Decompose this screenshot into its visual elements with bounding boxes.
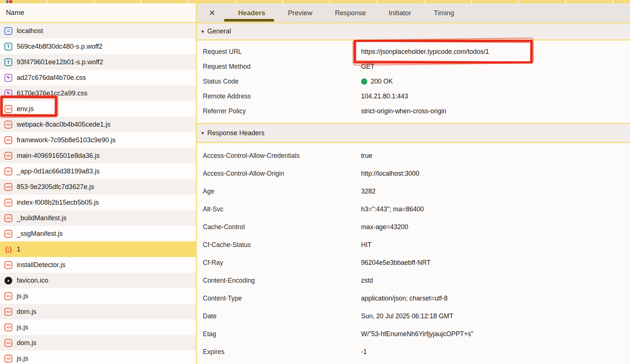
- disclosure-triangle-icon: ▼: [201, 29, 205, 34]
- header-row: Date Sun, 20 Jul 2025 06:12:18 GMT: [197, 307, 630, 325]
- request-row[interactable]: <> 853-9e2305dfc7d3627e.js: [0, 179, 196, 195]
- header-list: Request URL https://jsonplaceholder.typi…: [197, 40, 630, 123]
- request-name: js.js: [17, 292, 28, 300]
- request-row[interactable]: ✎ ad27c676daf4b70e.css: [0, 70, 196, 85]
- header-value: GET: [361, 63, 374, 71]
- document-icon: ≡: [4, 27, 12, 35]
- stylesheet-icon: ✎: [4, 90, 12, 97]
- request-row[interactable]: T 93f479601ee12b01-s.p.woff2: [0, 54, 196, 70]
- header-row: Access-Control-Allow-Origin http://local…: [197, 165, 630, 182]
- request-row[interactable]: ✎ 6170e376e1cc2a99.css: [0, 85, 196, 101]
- script-icon: <>: [4, 152, 12, 160]
- request-name: 853-9e2305dfc7d3627e.js: [17, 183, 94, 191]
- request-row[interactable]: <> js.js: [0, 319, 196, 335]
- tab-timing[interactable]: Timing: [434, 3, 454, 22]
- disclosure-triangle-icon: ▼: [201, 131, 205, 135]
- request-row[interactable]: <> _app-0d1ac66d38199a83.js: [0, 163, 196, 179]
- request-row[interactable]: T 569ce4b8f30dc480-s.p.woff2: [0, 39, 196, 54]
- header-row: Referrer Policy strict-origin-when-cross…: [197, 104, 630, 118]
- network-overview-strip[interactable]: [0, 0, 630, 3]
- section-header-general[interactable]: ▼ General: [197, 23, 630, 40]
- status-ok-dot-icon: [361, 78, 367, 85]
- request-row[interactable]: <> webpack-8cac0b4b405cede1.js: [0, 117, 196, 132]
- header-name: Cache-Control: [197, 223, 361, 231]
- header-row: Alt-Svc h3=":443"; ma=86400: [197, 200, 630, 218]
- header-value: 3282: [361, 188, 376, 195]
- script-icon: <>: [4, 105, 12, 113]
- section-title: General: [207, 27, 231, 35]
- header-value: 96204e5e3bbaebff-NRT: [361, 259, 431, 267]
- requests-list-panel: Name ≡ localhost T 569ce4b8f30dc480-s.p.…: [0, 3, 197, 364]
- request-row[interactable]: <> env.js: [0, 101, 196, 117]
- tab-response[interactable]: Response: [335, 3, 366, 22]
- request-row[interactable]: ≡ localhost: [0, 23, 196, 39]
- script-icon: <>: [4, 136, 12, 144]
- header-row: Content-Encoding zstd: [197, 272, 630, 289]
- header-name: Content-Encoding: [197, 277, 361, 285]
- header-name: Content-Type: [197, 295, 361, 302]
- request-row[interactable]: {;} 1: [0, 241, 196, 257]
- header-row: Status Code 200 OK: [197, 74, 630, 89]
- header-value: 104.21.80.1:443: [361, 92, 408, 100]
- header-name: Access-Control-Allow-Credentials: [197, 152, 361, 160]
- name-column-header[interactable]: Name: [0, 3, 196, 23]
- tab-preview[interactable]: Preview: [288, 3, 312, 22]
- name-column-label: Name: [6, 9, 24, 17]
- request-name: ad27c676daf4b70e.css: [17, 74, 86, 82]
- header-value: W/"53-hfEnumeNh6YirfjyjaujcOPPT+s": [361, 330, 473, 338]
- header-list: Access-Control-Allow-Credentials true Ac…: [197, 143, 630, 361]
- script-icon: <>: [4, 214, 12, 222]
- sections-container: ▼ General Request URL https://jsonplaceh…: [197, 23, 630, 361]
- font-icon: T: [4, 43, 12, 51]
- header-value: http://localhost:3000: [361, 170, 419, 178]
- header-row: Expires -1: [197, 343, 630, 361]
- header-row: Request Method GET: [197, 59, 630, 74]
- request-row[interactable]: <> index-f008b2b15ecb5b05.js: [0, 195, 196, 210]
- tab-headers[interactable]: Headers: [238, 3, 265, 22]
- request-row[interactable]: <> framework-7c95b8e5103c9e90.js: [0, 132, 196, 148]
- request-name: installDetector.js: [17, 261, 65, 269]
- font-icon: T: [4, 58, 12, 66]
- header-name: Request Method: [197, 63, 361, 71]
- request-details-panel: ✕ HeadersPreviewResponseInitiatorTiming …: [197, 3, 630, 364]
- request-row[interactable]: ▲ favicon.ico: [0, 273, 196, 288]
- request-name: 569ce4b8f30dc480-s.p.woff2: [17, 43, 103, 51]
- header-value: application/json; charset=utf-8: [361, 295, 448, 302]
- request-row[interactable]: <> _buildManifest.js: [0, 210, 196, 226]
- favicon-icon: ▲: [4, 277, 12, 285]
- request-name: 1: [17, 246, 20, 253]
- request-row[interactable]: <> installDetector.js: [0, 257, 196, 273]
- header-name: Age: [197, 188, 361, 195]
- header-value: strict-origin-when-cross-origin: [361, 107, 446, 115]
- request-row[interactable]: <> _ssgManifest.js: [0, 226, 196, 241]
- header-row: Content-Type application/json; charset=u…: [197, 289, 630, 307]
- script-icon: <>: [4, 308, 12, 316]
- script-icon: <>: [4, 355, 12, 363]
- request-name: localhost: [17, 27, 43, 35]
- close-icon[interactable]: ✕: [208, 8, 216, 18]
- request-name: index-f008b2b15ecb5b05.js: [17, 199, 99, 207]
- request-name: dom.js: [17, 308, 36, 316]
- script-icon: <>: [4, 168, 12, 175]
- request-name: main-4096916501e8da36.js: [17, 152, 100, 160]
- request-row[interactable]: <> js.js: [0, 351, 196, 364]
- header-row: Age 3282: [197, 182, 630, 200]
- request-name: favicon.ico: [17, 277, 48, 285]
- section-header-response-headers[interactable]: ▼ Response Headers: [197, 123, 630, 143]
- request-name: 93f479601ee12b01-s.p.woff2: [17, 58, 103, 66]
- script-icon: <>: [4, 199, 12, 207]
- request-row[interactable]: <> dom.js: [0, 304, 196, 319]
- header-value: max-age=43200: [361, 223, 408, 231]
- json-icon: {;}: [4, 246, 12, 253]
- request-row[interactable]: <> main-4096916501e8da36.js: [0, 148, 196, 163]
- request-name: webpack-8cac0b4b405cede1.js: [17, 121, 110, 129]
- tab-initiator[interactable]: Initiator: [389, 3, 411, 22]
- script-icon: <>: [4, 121, 12, 129]
- header-value: true: [361, 152, 372, 160]
- section-title: Response Headers: [207, 129, 264, 137]
- request-name: 6170e376e1cc2a99.css: [17, 90, 87, 97]
- request-row[interactable]: <> dom.js: [0, 335, 196, 351]
- request-row[interactable]: <> js.js: [0, 288, 196, 304]
- header-name: Etag: [197, 330, 361, 338]
- script-icon: <>: [4, 339, 12, 347]
